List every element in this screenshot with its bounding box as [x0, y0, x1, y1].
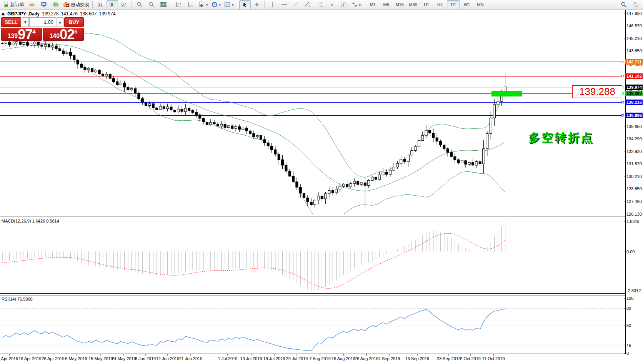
price-axis[interactable]: 147.930146.570145.210143.850142.490139.7… [626, 0, 643, 364]
date-label: 7 Aug 2019 [309, 356, 331, 361]
symbol-info-bar: GBPJPY-,Daily 139.278 141.476 138.607 13… [1, 11, 116, 17]
trendline-icon [293, 2, 299, 8]
price-tick: 135.650 [626, 124, 642, 129]
text-label-button[interactable]: T [338, 0, 350, 9]
trendline-button[interactable] [290, 0, 302, 9]
svg-text:A: A [330, 2, 333, 7]
chat-button[interactable] [630, 0, 641, 9]
add-indicator-button[interactable] [197, 0, 210, 9]
date-label: 6 May 2019 [65, 356, 87, 361]
rsi-pane-splitter[interactable] [0, 293, 625, 296]
sell-price-big: 97 [18, 29, 32, 40]
price-tick: 127.490 [626, 199, 642, 204]
date-label: 19 Jul 2019 [263, 356, 285, 361]
line-chart-button[interactable] [118, 0, 130, 9]
crosshair-icon [254, 2, 260, 8]
price-tick: 126.130 [626, 212, 642, 216]
template-button[interactable] [223, 0, 235, 9]
price-tick: 128.850 [626, 186, 642, 191]
rsi-indicator [0, 309, 625, 351]
price-callout-box[interactable]: 139.288 [572, 85, 622, 98]
timeframe-button-h1[interactable]: H1 [420, 0, 433, 9]
indicator-up-icon [176, 2, 182, 8]
vertical-line-button[interactable] [267, 0, 278, 9]
price-line-label: 142.711 [625, 59, 643, 65]
new-order-button[interactable]: 新订单 [2, 0, 26, 9]
zoom-out-button[interactable] [146, 0, 157, 9]
dropdown-caret-icon [219, 2, 221, 7]
timeframe-button-m15[interactable]: M15 [393, 0, 406, 9]
macd-pane-splitter[interactable] [0, 214, 625, 216]
price-tick: 147.930 [626, 11, 642, 16]
timeframe-button-d1[interactable]: D1 [447, 0, 460, 9]
rsi-tick: 50 [626, 323, 631, 328]
crosshair-button[interactable] [251, 0, 263, 9]
add-indicator-icon [198, 2, 205, 8]
dropdown-caret-icon [359, 2, 361, 7]
equidistant-channel-button[interactable]: E [302, 0, 314, 9]
buy-price-button[interactable]: 140 02 5 [43, 28, 84, 41]
date-label: 12 Jun 2019 [156, 356, 180, 361]
timeframe-button-m1[interactable]: M1 [366, 0, 379, 9]
cursor-button[interactable] [239, 0, 251, 9]
date-label: 15 May 2019 [88, 356, 113, 361]
sell-button[interactable]: SELL [1, 17, 21, 27]
timeframe-button-mn[interactable]: MN [474, 0, 487, 9]
date-label: 29 Jul 2019 [286, 356, 308, 361]
period-button[interactable] [210, 0, 223, 9]
price-tick: 132.930 [626, 149, 642, 154]
text-icon: A [329, 2, 335, 8]
gold-button[interactable] [26, 0, 38, 9]
price-line-label: 138.216 [625, 100, 643, 105]
green-highlight-rect[interactable] [491, 91, 522, 96]
toolbar-separator [92, 1, 93, 8]
date-label: 23 Sep 2019 [437, 356, 461, 361]
volume-decrease-button[interactable]: ▼ [22, 17, 29, 27]
sell-price-pip: 4 [32, 28, 35, 35]
timeframe-button-m30[interactable]: M30 [406, 0, 420, 9]
signal-button[interactable] [50, 0, 62, 9]
horizontal-price-lines[interactable] [0, 61, 623, 116]
sell-price-base: 139 [7, 33, 18, 40]
line-chart-icon [121, 2, 127, 8]
auto-trading-button[interactable]: 自动交易 [62, 0, 91, 9]
chart-canvas[interactable] [0, 0, 643, 364]
buy-button[interactable]: BUY [64, 17, 84, 27]
volume-input[interactable] [29, 17, 56, 27]
candlesticks [1, 38, 506, 208]
candlestick-chart-button[interactable] [107, 0, 118, 9]
text-button[interactable]: A [326, 0, 338, 9]
horizontal-line-icon [281, 2, 287, 8]
collapse-panel-icon[interactable] [1, 12, 5, 15]
rsi-tick: 80 [626, 306, 631, 311]
rsi-tick: 0 [626, 351, 629, 356]
channel-icon: E [305, 2, 311, 8]
search-button[interactable] [618, 0, 630, 9]
fibonacci-button[interactable]: F [314, 0, 326, 9]
auto-trading-icon [63, 2, 70, 8]
text-label-icon: T [341, 2, 347, 8]
indicator-window-down-button[interactable] [185, 0, 197, 9]
indicator-window-up-button[interactable] [173, 0, 185, 9]
bar-chart-icon [97, 2, 103, 8]
arrows-button[interactable] [350, 0, 363, 9]
sell-price-button[interactable]: 139 97 4 [1, 28, 42, 41]
bar-chart-button[interactable] [95, 0, 106, 9]
price-tick: 131.570 [626, 161, 642, 166]
price-line-label: 136.896 [625, 113, 643, 118]
date-label: 10 Jul 2019 [240, 356, 262, 361]
ohlc-low: 138.607 [80, 11, 97, 17]
market-watch-button[interactable] [38, 0, 50, 9]
price-line-label: 139.288 [625, 91, 643, 96]
chat-icon [633, 2, 639, 8]
date-label: 3 Jun 2019 [135, 356, 156, 361]
zoom-in-button[interactable] [134, 0, 145, 9]
template-icon [224, 2, 230, 8]
timeframe-button-m5[interactable]: M5 [380, 0, 393, 9]
timeframe-button-w1[interactable]: W1 [460, 0, 473, 9]
tile-windows-button[interactable] [158, 0, 169, 9]
timeframe-button-h4[interactable]: H4 [433, 0, 446, 9]
volume-increase-button[interactable]: ▲ [57, 17, 63, 27]
buy-price-big: 02 [60, 29, 74, 40]
horizontal-line-button[interactable] [278, 0, 290, 9]
